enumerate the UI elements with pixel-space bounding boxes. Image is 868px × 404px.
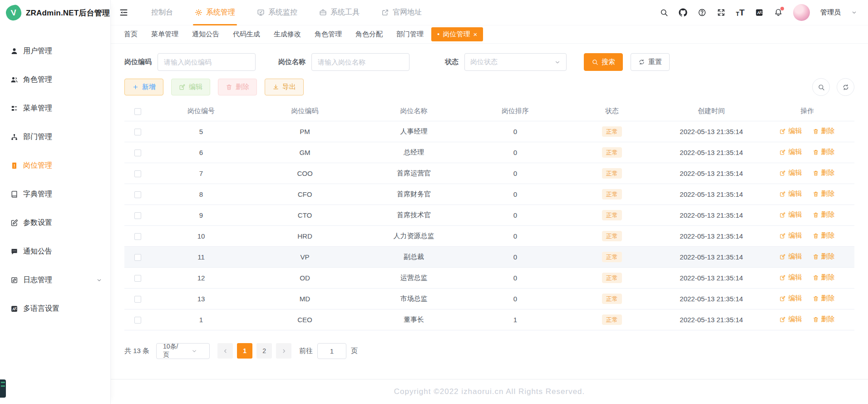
page-number-button[interactable]: 1: [237, 343, 252, 359]
sidebar-item[interactable]: 角色管理: [0, 65, 110, 94]
post-id: 13: [151, 288, 252, 309]
tab[interactable]: 角色管理: [309, 27, 348, 41]
row-delete-link[interactable]: 删除: [813, 148, 835, 156]
logo-row[interactable]: V ZRAdmin.NET后台管理: [0, 0, 110, 25]
row-delete-link[interactable]: 删除: [813, 127, 835, 135]
search-icon[interactable]: [660, 8, 668, 17]
row-edit-link[interactable]: 编辑: [779, 127, 802, 135]
toggle-search-button[interactable]: [812, 78, 830, 96]
created-time: 2022-05-13 21:35:14: [663, 288, 760, 309]
sidebar-item[interactable]: 字典管理: [0, 180, 110, 209]
sidebar-item[interactable]: 岗位管理: [0, 151, 110, 180]
row-delete-link[interactable]: 删除: [813, 315, 835, 324]
avatar[interactable]: [793, 4, 810, 21]
nav-item[interactable]: 官网地址: [370, 0, 433, 25]
sidebar-item-label: 菜单管理: [23, 104, 52, 113]
fullscreen-icon[interactable]: [717, 8, 725, 17]
language-icon[interactable]: A: [755, 8, 764, 17]
nav-item[interactable]: 控制台: [140, 0, 184, 25]
select-all-checkbox[interactable]: [134, 108, 141, 115]
sidebar-collapse-icon[interactable]: [119, 8, 128, 17]
add-button[interactable]: 新增: [124, 79, 163, 95]
font-size-icon[interactable]: TT: [736, 8, 745, 17]
page-number-button[interactable]: 2: [256, 343, 272, 359]
user-chevron-down-icon[interactable]: [851, 10, 857, 15]
row-checkbox[interactable]: [134, 275, 141, 282]
page-size-select[interactable]: 10条/页: [156, 343, 210, 359]
row-checkbox[interactable]: [134, 296, 141, 303]
nav-item[interactable]: 系统工具: [308, 0, 370, 25]
row-checkbox[interactable]: [134, 254, 141, 261]
column-header: 状态: [561, 101, 663, 121]
sidebar-item[interactable]: 日志管理: [0, 266, 110, 294]
post-code-input[interactable]: [158, 53, 256, 71]
row-edit-link[interactable]: 编辑: [779, 252, 802, 261]
row-edit-link[interactable]: 编辑: [779, 315, 802, 324]
tab[interactable]: 生成修改: [268, 27, 307, 41]
nav-item[interactable]: 系统管理: [184, 0, 246, 25]
sidebar-item[interactable]: 菜单管理: [0, 94, 110, 123]
edit-button[interactable]: 编辑: [171, 79, 210, 95]
row-delete-link[interactable]: 删除: [813, 190, 835, 198]
status-badge: 正常: [602, 231, 622, 241]
sidebar-item-label: 字典管理: [23, 190, 52, 199]
row-edit-link[interactable]: 编辑: [779, 190, 802, 198]
trash-icon: [813, 254, 819, 260]
delete-button[interactable]: 删除: [218, 79, 257, 95]
row-delete-link[interactable]: 删除: [813, 231, 835, 240]
prev-page-button[interactable]: [217, 343, 233, 359]
row-delete-link[interactable]: 删除: [813, 210, 835, 219]
row-delete-link[interactable]: 删除: [813, 273, 835, 282]
tab[interactable]: 代码生成: [227, 27, 266, 41]
row-checkbox[interactable]: [134, 170, 141, 177]
sidebar-item[interactable]: 部门管理: [0, 123, 110, 151]
row-edit-link[interactable]: 编辑: [779, 210, 802, 219]
trash-icon: [813, 233, 819, 239]
row-edit-link[interactable]: 编辑: [779, 294, 802, 303]
user-name[interactable]: 管理员: [820, 8, 841, 17]
row-checkbox[interactable]: [134, 129, 141, 135]
tab[interactable]: 菜单管理: [145, 27, 184, 41]
tab[interactable]: 首页: [118, 27, 143, 41]
row-delete-link[interactable]: 删除: [813, 294, 835, 303]
sidebar-item[interactable]: 用户管理: [0, 37, 110, 65]
minimized-widget[interactable]: [0, 379, 6, 398]
row-checkbox[interactable]: [134, 233, 141, 240]
reset-button[interactable]: 重置: [631, 53, 670, 71]
status-select[interactable]: 岗位状态: [464, 53, 567, 71]
row-edit-link[interactable]: 编辑: [779, 148, 802, 156]
row-delete-link[interactable]: 删除: [813, 169, 835, 177]
row-checkbox[interactable]: [134, 191, 141, 198]
row-checkbox[interactable]: [134, 212, 141, 219]
post-id: 1: [151, 309, 252, 330]
row-edit-link[interactable]: 编辑: [779, 169, 802, 177]
close-icon[interactable]: ×: [473, 31, 477, 38]
post-name-input[interactable]: [311, 53, 409, 71]
row-checkbox[interactable]: [134, 317, 141, 324]
next-page-button[interactable]: [276, 343, 291, 359]
refresh-table-button[interactable]: [837, 78, 854, 96]
search-button[interactable]: 搜索: [584, 53, 623, 71]
sidebar-item[interactable]: 参数设置: [0, 209, 110, 237]
chevron-left-icon: [222, 348, 228, 354]
nav-item[interactable]: 系统监控: [246, 0, 308, 25]
post-sort: 0: [469, 184, 561, 204]
tab[interactable]: ● 岗位管理 ×: [431, 27, 483, 41]
sidebar-item[interactable]: 通知公告: [0, 237, 110, 266]
help-icon[interactable]: [698, 8, 706, 17]
tab[interactable]: 角色分配: [350, 27, 389, 41]
edit-icon: [779, 254, 786, 260]
row-delete-link[interactable]: 删除: [813, 252, 835, 261]
tab[interactable]: 部门管理: [390, 27, 429, 41]
row-edit-link[interactable]: 编辑: [779, 273, 802, 282]
edit-icon: [779, 274, 786, 281]
edit-icon: [779, 295, 786, 302]
row-edit-link[interactable]: 编辑: [779, 231, 802, 240]
sidebar-item[interactable]: A 多语言设置: [0, 294, 110, 323]
notification-bell[interactable]: [774, 8, 783, 17]
goto-page-input[interactable]: [317, 343, 346, 359]
export-button[interactable]: 导出: [265, 79, 304, 95]
github-icon[interactable]: [679, 8, 687, 17]
tab[interactable]: 通知公告: [186, 27, 225, 41]
row-checkbox[interactable]: [134, 150, 141, 156]
